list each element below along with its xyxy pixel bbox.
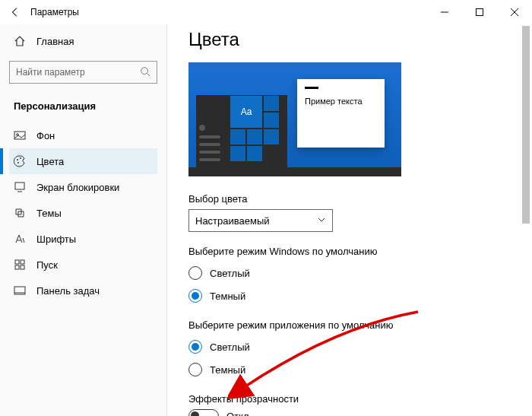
dropdown-value: Настраиваемый xyxy=(195,215,270,227)
sidebar-item-fonts[interactable]: Шрифты xyxy=(9,226,157,252)
sidebar-item-label: Пуск xyxy=(36,259,58,271)
svg-rect-11 xyxy=(15,183,24,189)
svg-line-5 xyxy=(147,73,150,76)
sidebar-item-label: Цвета xyxy=(36,156,64,167)
page-title: Цвета xyxy=(188,29,511,50)
preview-sample-text: Пример текста xyxy=(305,97,377,106)
window-title: Параметры xyxy=(30,7,79,17)
search-placeholder: Найти параметр xyxy=(16,67,85,78)
sidebar-item-label: Фон xyxy=(36,130,55,141)
transparency-state: Откл. xyxy=(226,411,252,417)
svg-rect-13 xyxy=(15,260,19,264)
svg-point-4 xyxy=(141,67,148,74)
themes-icon xyxy=(14,207,26,219)
transparency-toggle[interactable] xyxy=(188,409,219,416)
minimize-button[interactable] xyxy=(427,0,462,24)
radio-icon xyxy=(188,340,202,354)
sidebar-item-label: Темы xyxy=(36,208,62,219)
sidebar-item-start[interactable]: Пуск xyxy=(9,252,157,278)
fonts-icon xyxy=(14,233,26,245)
titlebar: Параметры xyxy=(0,0,532,24)
svg-point-8 xyxy=(17,159,18,160)
chevron-down-icon xyxy=(317,215,326,227)
radio-label: Светлый xyxy=(210,268,250,279)
home-label: Главная xyxy=(36,36,74,47)
palette-icon xyxy=(14,155,26,167)
section-title: Персонализация xyxy=(9,97,157,122)
app-mode-group: Светлый Темный xyxy=(188,335,511,381)
search-icon xyxy=(140,66,150,79)
windows-mode-group: Светлый Темный xyxy=(188,262,511,307)
sidebar-item-colors[interactable]: Цвета xyxy=(9,148,157,174)
svg-rect-15 xyxy=(15,265,19,269)
color-choice-label: Выбор цвета xyxy=(188,193,511,205)
sidebar-item-label: Шрифты xyxy=(36,233,76,245)
app-mode-dark[interactable]: Темный xyxy=(188,358,511,381)
svg-rect-1 xyxy=(477,9,483,16)
svg-rect-16 xyxy=(21,265,24,269)
radio-label: Светлый xyxy=(210,341,250,353)
app-mode-light[interactable]: Светлый xyxy=(188,335,511,358)
sidebar-item-background[interactable]: Фон xyxy=(9,122,157,148)
maximize-button[interactable] xyxy=(462,0,497,24)
taskbar-icon xyxy=(14,284,26,297)
transparency-label: Эффекты прозрачности xyxy=(188,393,511,405)
close-button[interactable] xyxy=(497,0,532,24)
start-icon xyxy=(14,259,26,271)
radio-label: Темный xyxy=(210,364,245,376)
radio-icon xyxy=(188,289,202,303)
sidebar: Главная Найти параметр Персонализация Фо… xyxy=(0,24,167,416)
color-choice-dropdown[interactable]: Настраиваемый xyxy=(188,209,333,232)
radio-icon xyxy=(188,266,202,280)
sidebar-item-lockscreen[interactable]: Экран блокировки xyxy=(9,174,157,200)
svg-rect-14 xyxy=(21,260,24,264)
windows-mode-light[interactable]: Светлый xyxy=(188,262,511,284)
scrollbar[interactable] xyxy=(522,26,530,413)
scrollbar-thumb[interactable] xyxy=(522,26,530,224)
back-button[interactable] xyxy=(8,7,23,17)
svg-point-9 xyxy=(17,162,19,164)
svg-rect-6 xyxy=(14,132,25,139)
preview-aa-tile: Aa xyxy=(230,96,262,128)
sidebar-item-label: Экран блокировки xyxy=(36,182,119,193)
color-preview: Aa Пример текста xyxy=(188,62,401,176)
sidebar-item-taskbar[interactable]: Панель задач xyxy=(9,278,157,303)
windows-mode-label: Выберите режим Windows по умолчанию xyxy=(188,246,511,257)
sidebar-item-label: Панель задач xyxy=(36,285,100,297)
windows-mode-dark[interactable]: Темный xyxy=(188,284,511,307)
app-mode-label: Выберите режим приложения по умолчанию xyxy=(188,319,511,331)
home-link[interactable]: Главная xyxy=(9,29,157,53)
radio-label: Темный xyxy=(210,291,245,302)
content-area: Цвета Aa Пример текста Выбор цвета Настр… xyxy=(167,24,532,416)
picture-icon xyxy=(14,129,26,141)
lockscreen-icon xyxy=(14,181,26,193)
home-icon xyxy=(14,35,26,47)
svg-point-10 xyxy=(20,157,21,159)
sidebar-item-themes[interactable]: Темы xyxy=(9,200,157,226)
radio-icon xyxy=(188,363,202,376)
search-input[interactable]: Найти параметр xyxy=(9,61,157,84)
